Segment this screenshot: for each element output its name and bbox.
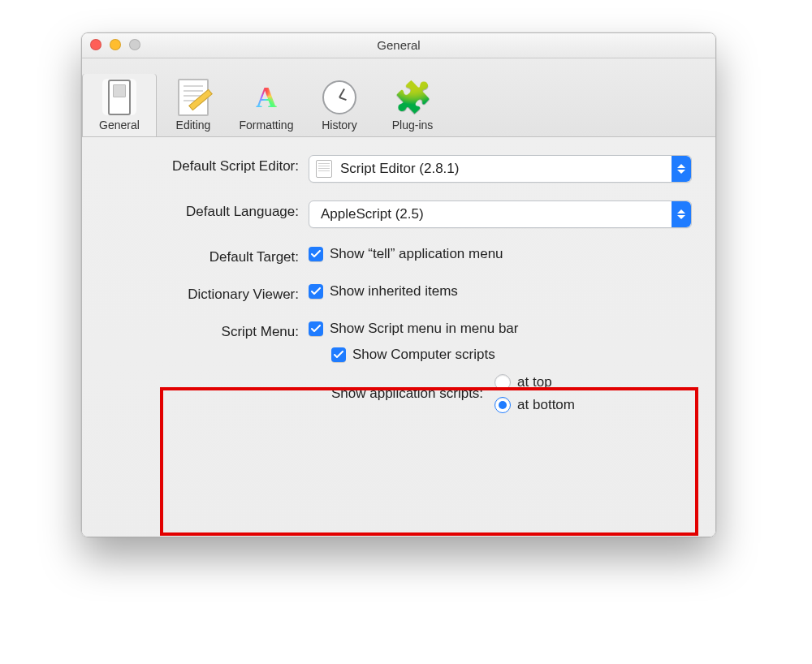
show-inherited-checkbox[interactable]: Show inherited items: [309, 283, 458, 300]
default-editor-value: Script Editor (2.8.1): [332, 161, 467, 177]
updown-arrows-icon: [672, 201, 691, 227]
clock-icon: [322, 80, 356, 114]
radio-circle-icon: [495, 397, 511, 413]
updown-arrows-icon: [672, 156, 691, 182]
preferences-window: General General Editing A Formatting: [81, 32, 716, 537]
tab-plugins[interactable]: 🧩 Plug-ins: [376, 74, 449, 136]
show-tell-menu-text: Show “tell” application menu: [330, 246, 503, 262]
app-scripts-bottom-text: at bottom: [517, 397, 575, 413]
switch-icon: [108, 80, 131, 115]
tab-history-label: History: [322, 119, 357, 132]
app-scripts-top-text: at top: [517, 374, 552, 390]
letter-a-icon: A: [256, 83, 277, 112]
show-computer-scripts-checkbox[interactable]: Show Computer scripts: [331, 347, 495, 363]
default-language-value: AppleScript (2.5): [313, 206, 432, 222]
app-scripts-label: Show application scripts:: [331, 386, 483, 402]
window-title: General: [82, 33, 715, 58]
toolbar: General Editing A Formatting History 🧩 P…: [82, 58, 715, 137]
dictionary-viewer-label: Dictionary Viewer:: [100, 283, 309, 303]
show-script-menu-checkbox[interactable]: Show Script menu in menu bar: [309, 321, 518, 337]
tab-formatting-label: Formatting: [240, 119, 294, 132]
app-scripts-bottom-radio[interactable]: at bottom: [495, 397, 575, 413]
script-document-icon: [316, 160, 332, 178]
show-script-menu-text: Show Script menu in menu bar: [330, 321, 518, 337]
default-language-select[interactable]: AppleScript (2.5): [309, 200, 692, 228]
tab-general[interactable]: General: [82, 74, 157, 136]
tab-editing[interactable]: Editing: [157, 74, 230, 136]
tab-general-label: General: [99, 119, 140, 132]
default-target-label: Default Target:: [100, 246, 309, 265]
show-tell-menu-checkbox[interactable]: Show “tell” application menu: [309, 246, 503, 262]
tab-history[interactable]: History: [303, 74, 376, 136]
titlebar: General: [82, 33, 715, 58]
app-scripts-top-radio[interactable]: at top: [495, 374, 575, 390]
puzzle-icon: 🧩: [394, 82, 432, 113]
general-pane: Default Script Editor: Script Editor (2.…: [82, 137, 715, 537]
default-editor-select[interactable]: Script Editor (2.8.1): [309, 155, 692, 183]
tab-formatting[interactable]: A Formatting: [230, 74, 303, 136]
show-inherited-text: Show inherited items: [330, 283, 458, 300]
default-language-label: Default Language:: [100, 200, 309, 220]
tab-plugins-label: Plug-ins: [392, 119, 434, 132]
tab-editing-label: Editing: [176, 119, 211, 132]
radio-circle-icon: [495, 374, 511, 390]
default-editor-label: Default Script Editor:: [100, 155, 309, 175]
script-menu-label: Script Menu:: [100, 321, 309, 340]
show-computer-scripts-text: Show Computer scripts: [352, 347, 495, 363]
